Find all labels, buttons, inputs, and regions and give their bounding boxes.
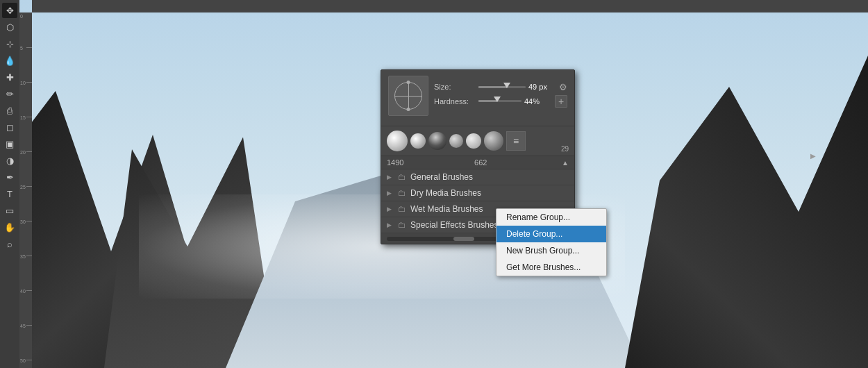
swatch-6[interactable] [484, 131, 503, 151]
crosshair-dot-bottom [407, 108, 410, 111]
preview-expand-arrow: ▶ [810, 152, 816, 160]
expand-icon-dry: ▶ [387, 190, 394, 196]
general-brushes-label: General Brushes [410, 172, 569, 182]
move-tool[interactable]: ✥ [2, 3, 17, 18]
context-menu: Rename Group... Delete Group... New Brus… [496, 208, 607, 276]
eyedropper-tool[interactable]: 💧 [2, 53, 17, 68]
get-more-brushes-menu-item[interactable]: Get More Brushes... [496, 259, 606, 276]
size-controls: Size: 49 px ⚙ Hardness: [434, 82, 567, 110]
healing-tool[interactable]: ✚ [2, 69, 17, 85]
expand-icon-general: ▶ [387, 174, 394, 181]
swatch-count: 29 [561, 145, 569, 153]
list-count-1: 1490 [387, 158, 474, 167]
crosshair-dot-top [407, 81, 410, 84]
swatch-2[interactable] [410, 133, 426, 149]
rename-group-menu-item[interactable]: Rename Group... [496, 209, 606, 226]
list-item-dry-media-brushes[interactable]: ▶ 🗀 Dry Media Brushes [381, 185, 574, 201]
hardness-slider-thumb[interactable] [494, 97, 501, 102]
crosshair-circle [394, 82, 422, 110]
size-value: 49 px [528, 83, 556, 91]
expand-icon-wet: ▶ [387, 206, 394, 212]
list-header: 1490 662 ▲ [381, 156, 574, 169]
delete-group-menu-item[interactable]: Delete Group... [496, 226, 606, 242]
folder-icon-wet: 🗀 [398, 204, 406, 214]
new-brush-group-menu-item[interactable]: New Brush Group... [496, 242, 606, 259]
brush-swatches-row: ≡ 29 [381, 126, 574, 156]
hardness-slider[interactable] [478, 100, 521, 102]
swatch-1[interactable] [387, 131, 408, 151]
toolbar: ✥ ⬡ ⊹ 💧 ✚ ✏ ⎙ ◻ ▣ ◑ ✒ T ▭ ✋ ⌕ [0, 0, 19, 368]
scroll-up-button[interactable]: ▲ [562, 159, 569, 167]
crop-tool[interactable]: ⊹ [2, 36, 17, 51]
ruler-vertical: 0 5 10 15 20 25 30 35 40 45 50 [19, 12, 32, 368]
list-item-general-brushes[interactable]: ▶ 🗀 General Brushes [381, 169, 574, 185]
expand-icon-special: ▶ [387, 221, 394, 228]
size-slider-fill [478, 86, 507, 88]
folder-icon-special: 🗀 [398, 220, 406, 230]
folder-icon-dry: 🗀 [398, 188, 406, 198]
lasso-tool[interactable]: ⬡ [2, 19, 17, 35]
list-count-2: 662 [474, 158, 562, 167]
add-brush-button[interactable]: + [555, 95, 567, 108]
eraser-tool[interactable]: ◻ [2, 119, 17, 135]
brush-settings-section: ▶ Size: 49 px ⚙ Hardness: [381, 70, 574, 126]
pen-tool[interactable]: ✒ [2, 169, 17, 185]
folder-icon-general: 🗀 [398, 172, 406, 182]
swatch-3[interactable] [428, 132, 446, 150]
swatch-5[interactable] [466, 133, 481, 149]
gradient-tool[interactable]: ▣ [2, 136, 17, 151]
hardness-control-row: Hardness: 44% + [434, 95, 567, 108]
clone-tool[interactable]: ⎙ [2, 103, 17, 118]
ruler-horizontal [32, 0, 868, 12]
swatch-4[interactable] [449, 134, 463, 148]
hardness-value: 44% [524, 97, 552, 106]
gear-icon[interactable]: ⚙ [559, 82, 567, 92]
brush-preview [388, 76, 428, 116]
dry-media-brushes-label: Dry Media Brushes [410, 188, 569, 198]
size-slider[interactable] [478, 86, 526, 88]
brush-tool[interactable]: ✏ [2, 86, 17, 101]
mountain-right [625, 56, 868, 368]
size-label: Size: [434, 83, 476, 91]
swatch-options[interactable]: ≡ [506, 131, 526, 151]
shape-tool[interactable]: ▭ [2, 203, 17, 218]
hardness-label: Hardness: [434, 97, 476, 106]
size-control-row: Size: 49 px ⚙ [434, 82, 567, 92]
scrollbar-thumb[interactable] [453, 237, 474, 241]
size-slider-thumb[interactable] [503, 83, 510, 88]
text-tool[interactable]: T [2, 186, 17, 201]
zoom-tool[interactable]: ⌕ [2, 236, 17, 251]
hand-tool[interactable]: ✋ [2, 219, 17, 235]
dodge-tool[interactable]: ◑ [2, 153, 17, 168]
